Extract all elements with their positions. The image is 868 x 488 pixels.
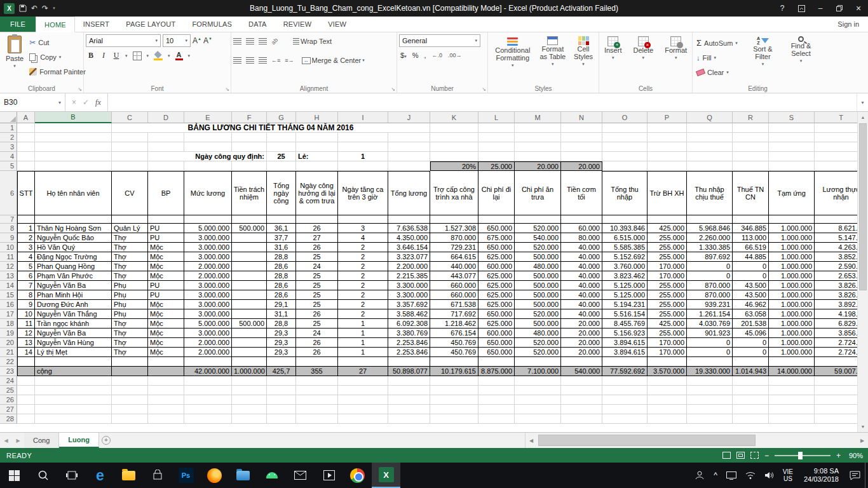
cell[interactable] bbox=[338, 215, 388, 224]
cell[interactable] bbox=[296, 395, 338, 405]
cell[interactable] bbox=[296, 414, 338, 424]
cell[interactable]: 3.588.462 bbox=[388, 309, 430, 319]
cell[interactable]: Trừ BH XH bbox=[648, 171, 687, 215]
cell[interactable] bbox=[769, 152, 815, 161]
cell[interactable] bbox=[430, 357, 478, 367]
cell[interactable] bbox=[35, 376, 112, 386]
cell[interactable]: Phan Quang Hồng bbox=[35, 262, 112, 271]
align-left-icon[interactable] bbox=[233, 57, 241, 64]
cell[interactable] bbox=[478, 123, 515, 133]
cell[interactable]: 0 bbox=[687, 271, 733, 281]
cell[interactable] bbox=[769, 395, 815, 405]
cell[interactable] bbox=[184, 386, 232, 395]
cell[interactable] bbox=[733, 123, 769, 133]
cell[interactable]: 19.330.000 bbox=[687, 367, 733, 376]
cell[interactable]: 20.000 bbox=[561, 319, 602, 329]
cell[interactable] bbox=[17, 123, 35, 133]
cell[interactable]: 28,8 bbox=[267, 319, 296, 329]
autosum-dropdown-icon[interactable]: ▾ bbox=[735, 41, 738, 46]
row-header-9[interactable]: 9 bbox=[0, 233, 17, 243]
cell[interactable] bbox=[515, 386, 561, 395]
cell[interactable]: 28,6 bbox=[267, 281, 296, 290]
cell[interactable]: 425.000 bbox=[648, 224, 687, 233]
cell[interactable] bbox=[648, 414, 687, 424]
cell[interactable] bbox=[388, 357, 430, 367]
cell[interactable]: 13 bbox=[17, 338, 35, 348]
cell[interactable]: 8.455.769 bbox=[602, 319, 648, 329]
cell[interactable]: 3.894.615 bbox=[602, 348, 648, 357]
cell[interactable] bbox=[232, 405, 267, 414]
cell[interactable]: 650.000 bbox=[478, 309, 515, 319]
cell[interactable] bbox=[267, 414, 296, 424]
row-header-6[interactable]: 6 bbox=[0, 171, 17, 215]
cell[interactable]: PU bbox=[148, 233, 184, 243]
cell[interactable]: 29,3 bbox=[267, 329, 296, 338]
cell[interactable]: 170.000 bbox=[648, 262, 687, 271]
cell[interactable] bbox=[515, 357, 561, 367]
excel-app-icon[interactable]: X bbox=[4, 3, 15, 14]
cell[interactable] bbox=[232, 252, 267, 262]
cell[interactable] bbox=[35, 161, 112, 171]
cell[interactable] bbox=[148, 215, 184, 224]
cell[interactable]: 29,3 bbox=[267, 348, 296, 357]
cell[interactable]: Chi phí ăn trưa bbox=[515, 171, 561, 215]
cell[interactable]: Phan Minh Hội bbox=[35, 290, 112, 300]
taskbar-excel-button[interactable]: X bbox=[372, 463, 400, 488]
cell[interactable] bbox=[184, 215, 232, 224]
cell[interactable]: Mộc bbox=[148, 252, 184, 262]
cell[interactable]: Đặng Ngọc Trường bbox=[35, 252, 112, 262]
zoom-slider[interactable] bbox=[775, 455, 831, 456]
cell[interactable] bbox=[561, 414, 602, 424]
cell[interactable]: Mộc bbox=[148, 300, 184, 309]
cell[interactable] bbox=[17, 133, 35, 142]
cell[interactable]: 8.875.000 bbox=[478, 367, 515, 376]
taskbar-clock[interactable]: 9:08 SA 24/03/2018 bbox=[797, 463, 845, 488]
cell[interactable] bbox=[112, 386, 148, 395]
cell[interactable] bbox=[733, 152, 769, 161]
cell[interactable] bbox=[267, 386, 296, 395]
cell[interactable] bbox=[388, 376, 430, 386]
column-header-J[interactable]: J bbox=[388, 112, 430, 123]
cell[interactable] bbox=[769, 133, 815, 142]
cell[interactable]: 2.253.846 bbox=[388, 338, 430, 348]
cell[interactable]: Mộc bbox=[148, 338, 184, 348]
cell[interactable]: 500.000 bbox=[515, 281, 561, 290]
cell[interactable] bbox=[17, 376, 35, 386]
cell[interactable]: 5.194.231 bbox=[602, 300, 648, 309]
font-size-combo[interactable]: 10▾ bbox=[163, 34, 191, 47]
cell[interactable] bbox=[148, 386, 184, 395]
cell[interactable] bbox=[515, 376, 561, 386]
cell[interactable]: 625.000 bbox=[478, 319, 515, 329]
cell[interactable] bbox=[602, 376, 648, 386]
orientation-icon[interactable]: ab bbox=[270, 37, 279, 46]
cell[interactable]: 77.592.692 bbox=[602, 367, 648, 376]
cell[interactable]: 37,7 bbox=[267, 233, 296, 243]
network-tray-icon[interactable] bbox=[741, 463, 760, 488]
cell[interactable]: 28,6 bbox=[267, 290, 296, 300]
sheet-tab-luong[interactable]: Luong bbox=[59, 433, 99, 448]
cell[interactable]: Nguyễn Văn Ba bbox=[35, 281, 112, 290]
cell[interactable]: Thợ bbox=[112, 348, 148, 357]
cell[interactable] bbox=[515, 215, 561, 224]
cell[interactable]: Thợ bbox=[112, 252, 148, 262]
cell[interactable] bbox=[515, 395, 561, 405]
cell[interactable]: BẢNG LƯƠNG CHI TIẾT THÁNG 04 NĂM 2016 bbox=[112, 123, 430, 133]
decrease-decimal-icon[interactable]: .00→ bbox=[448, 52, 462, 58]
cell[interactable] bbox=[561, 152, 602, 161]
cell[interactable]: Thân Ng Hoàng Sơn bbox=[35, 224, 112, 233]
cell[interactable] bbox=[687, 133, 733, 142]
zoom-out-icon[interactable]: − bbox=[764, 451, 769, 460]
row-header-27[interactable]: 27 bbox=[0, 405, 17, 414]
cell[interactable] bbox=[733, 142, 769, 152]
cell[interactable] bbox=[112, 142, 148, 152]
cell[interactable] bbox=[430, 133, 478, 142]
cell[interactable]: 3.892.26 bbox=[815, 300, 857, 309]
cell[interactable]: 29,1 bbox=[267, 300, 296, 309]
cell[interactable] bbox=[687, 405, 733, 414]
tab-view[interactable]: VIEW bbox=[320, 17, 355, 32]
cell[interactable]: 425,7 bbox=[267, 367, 296, 376]
delete-cells-button[interactable]: Delete ▾ bbox=[629, 34, 657, 81]
cell[interactable]: 1.000.000 bbox=[769, 281, 815, 290]
row-header-13[interactable]: 13 bbox=[0, 271, 17, 281]
search-button[interactable] bbox=[29, 463, 57, 488]
